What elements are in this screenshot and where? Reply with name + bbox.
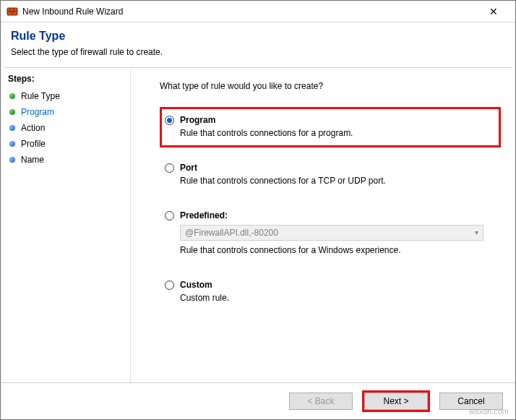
chevron-down-icon: ▾: [475, 228, 478, 236]
step-label: Program: [21, 107, 54, 117]
predefined-combo[interactable]: @FirewallAPI.dll,-80200 ▾: [180, 225, 483, 241]
step-label: Name: [21, 155, 44, 165]
step-label: Rule Type: [21, 91, 60, 101]
option-custom-desc: Custom rule.: [180, 293, 493, 303]
titlebar[interactable]: New Inbound Rule Wizard ✕: [1, 1, 515, 22]
wizard-footer: < Back Next > Cancel: [1, 382, 515, 419]
main-panel: What type of rule would you like to crea…: [131, 68, 515, 382]
step-label: Profile: [21, 139, 46, 149]
option-port-desc: Rule that controls connections for a TCP…: [180, 176, 493, 186]
predefined-combo-value: @FirewallAPI.dll,-80200: [185, 228, 278, 238]
option-port[interactable]: Port Rule that controls connections for …: [160, 155, 501, 195]
close-button[interactable]: ✕: [477, 1, 509, 22]
back-button: < Back: [289, 393, 353, 410]
option-predefined[interactable]: Predefined: @FirewallAPI.dll,-80200 ▾ Ru…: [160, 202, 501, 265]
bullet-icon: [9, 93, 15, 99]
option-predefined-desc: Rule that controls connections for a Win…: [180, 245, 493, 255]
step-label: Action: [21, 123, 45, 133]
window-title: New Inbound Rule Wizard: [22, 7, 477, 17]
step-rule-type[interactable]: Rule Type: [8, 88, 123, 104]
next-button[interactable]: Next >: [364, 393, 428, 410]
step-name[interactable]: Name: [8, 152, 123, 168]
option-custom[interactable]: Custom Custom rule.: [160, 272, 501, 312]
firewall-icon: [7, 6, 18, 17]
radio-port[interactable]: [165, 163, 174, 173]
option-program-label: Program: [180, 115, 215, 125]
bullet-icon: [9, 141, 15, 147]
watermark: wsxdn.com: [469, 407, 509, 416]
radio-predefined[interactable]: [165, 211, 174, 220]
option-predefined-label: Predefined:: [180, 210, 228, 220]
option-custom-label: Custom: [180, 280, 212, 290]
page-title: Rule Type: [11, 30, 505, 43]
step-program[interactable]: Program: [8, 104, 123, 120]
step-action[interactable]: Action: [8, 120, 123, 136]
radio-program[interactable]: [165, 116, 174, 125]
wizard-header: Rule Type Select the type of firewall ru…: [1, 22, 515, 64]
bullet-icon: [9, 109, 15, 115]
steps-sidebar: Steps: Rule Type Program Action Profile …: [1, 68, 131, 382]
radio-custom[interactable]: [165, 280, 174, 290]
wizard-window: New Inbound Rule Wizard ✕ Rule Type Sele…: [0, 0, 516, 420]
question-text: What type of rule would you like to crea…: [160, 81, 501, 91]
option-port-label: Port: [180, 163, 197, 173]
steps-heading: Steps:: [8, 74, 123, 84]
step-profile[interactable]: Profile: [8, 136, 123, 152]
page-subtitle: Select the type of firewall rule to crea…: [11, 47, 505, 57]
option-program-desc: Rule that controls connections for a pro…: [180, 128, 493, 138]
wizard-body: Steps: Rule Type Program Action Profile …: [1, 68, 515, 382]
bullet-icon: [9, 125, 15, 131]
bullet-icon: [9, 157, 15, 163]
option-program[interactable]: Program Rule that controls connections f…: [160, 107, 501, 147]
